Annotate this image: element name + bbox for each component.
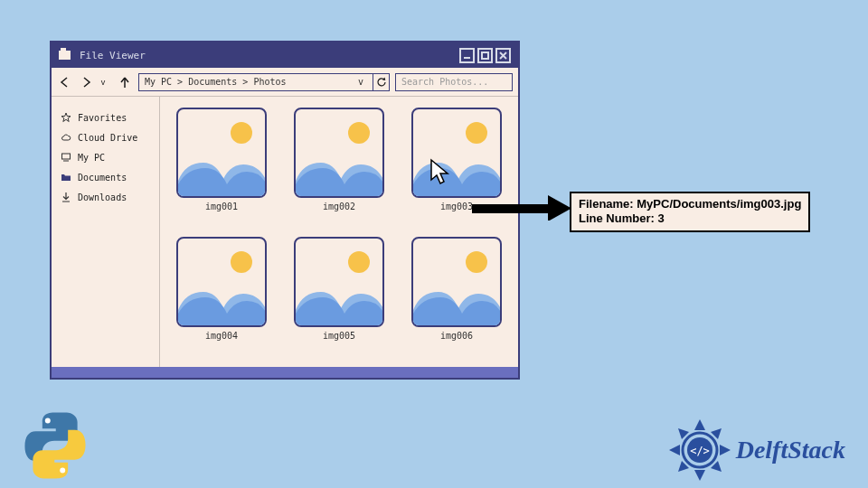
arrow-icon — [472, 195, 571, 221]
forward-button[interactable] — [79, 74, 95, 90]
sidebar: Favorites Cloud Drive My PC Documents Do… — [52, 97, 160, 367]
delftstack-text: DelftStack — [736, 436, 845, 465]
titlebar: File Viewer — [52, 42, 518, 68]
sidebar-item-cloud[interactable]: Cloud Drive — [61, 127, 150, 147]
search-placeholder: Search Photos... — [401, 77, 488, 87]
folder-icon — [59, 51, 71, 60]
thumbnail-label: img004 — [205, 331, 238, 341]
thumbnail-label: img001 — [205, 202, 238, 211]
image-icon — [176, 237, 267, 327]
python-logo-icon — [18, 408, 92, 483]
minimize-button[interactable] — [459, 48, 475, 63]
cloud-icon — [61, 132, 71, 143]
image-icon — [411, 108, 502, 198]
download-icon — [61, 192, 71, 202]
breadcrumb-text: My PC > Documents > Photos — [145, 77, 287, 87]
refresh-button[interactable] — [373, 73, 390, 91]
svg-rect-1 — [482, 52, 488, 59]
forward-dropdown[interactable]: v — [95, 74, 111, 90]
chevron-down-icon[interactable]: v — [358, 77, 363, 87]
sidebar-item-label: Downloads — [78, 192, 127, 202]
sidebar-item-mypc[interactable]: My PC — [61, 147, 150, 167]
back-button[interactable] — [57, 74, 73, 90]
star-icon — [61, 112, 71, 123]
thumbnail-img002[interactable]: img002 — [288, 108, 390, 228]
svg-rect-6 — [472, 204, 550, 213]
sidebar-item-label: Documents — [78, 173, 127, 183]
up-button[interactable] — [117, 74, 133, 90]
pc-icon — [61, 152, 71, 163]
window-title: File Viewer — [80, 50, 146, 61]
svg-text:</>: </> — [690, 445, 710, 457]
thumbnail-img001[interactable]: img001 — [171, 108, 272, 228]
svg-marker-7 — [548, 195, 571, 221]
callout-filename: Filename: MyPC/Documents/img003.jpg — [579, 197, 801, 211]
folder-icon — [61, 172, 71, 183]
thumbnail-img005[interactable]: img005 — [288, 237, 390, 357]
sidebar-item-downloads[interactable]: Downloads — [61, 187, 150, 207]
search-input[interactable]: Search Photos... — [395, 73, 513, 91]
sidebar-item-favorites[interactable]: Favorites — [61, 108, 150, 127]
thumbnail-label: img002 — [323, 202, 355, 211]
thumbnail-label: img006 — [440, 331, 473, 341]
toolbar: v My PC > Documents > Photos v Search Ph… — [52, 68, 518, 97]
image-icon — [294, 237, 384, 327]
delftstack-icon: </> — [667, 418, 732, 483]
breadcrumb-bar[interactable]: My PC > Documents > Photos v — [138, 73, 373, 91]
image-icon — [294, 108, 384, 198]
thumbnail-label: img005 — [323, 331, 355, 341]
content-grid: img001 img002 img003 — [160, 97, 518, 367]
thumbnail-img006[interactable]: img006 — [406, 237, 507, 357]
thumbnail-label: img003 — [440, 202, 473, 211]
sidebar-item-label: My PC — [78, 153, 105, 163]
svg-point-9 — [60, 468, 65, 474]
statusbar — [52, 367, 518, 378]
maximize-button[interactable] — [477, 48, 493, 63]
thumbnail-img004[interactable]: img004 — [171, 237, 272, 357]
svg-rect-4 — [62, 154, 71, 159]
sidebar-item-label: Favorites — [78, 113, 127, 123]
svg-point-8 — [45, 418, 51, 423]
image-icon — [176, 108, 267, 198]
image-icon — [411, 237, 502, 327]
callout-linenumber: Line Number: 3 — [579, 211, 801, 226]
sidebar-item-documents[interactable]: Documents — [61, 167, 150, 187]
info-callout: Filename: MyPC/Documents/img003.jpg Line… — [570, 192, 810, 232]
file-viewer-window: File Viewer v My PC > Documents > Photos — [50, 41, 520, 380]
sidebar-item-label: Cloud Drive — [78, 133, 137, 143]
close-button[interactable] — [495, 48, 511, 63]
delftstack-logo: </> DelftStack — [667, 418, 845, 483]
